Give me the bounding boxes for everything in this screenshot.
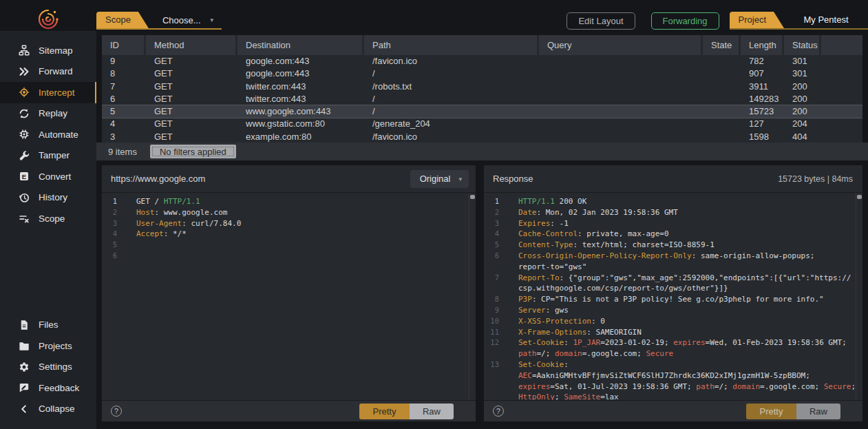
edit-layout-button[interactable]: Edit Layout <box>567 12 635 30</box>
sidebar-item-tamper[interactable]: Tamper <box>0 145 96 167</box>
raw-button[interactable]: Raw <box>410 404 454 419</box>
help-icon[interactable]: ? <box>111 406 122 417</box>
table-row[interactable]: 4GETwww.gstatic.com:80/generate_20412720… <box>102 118 862 130</box>
column-header-method[interactable]: Method <box>146 35 235 55</box>
filter-badge[interactable]: No filters applied <box>150 145 236 158</box>
sidebar-item-convert[interactable]: EConvert <box>0 166 96 187</box>
help-icon[interactable]: ? <box>493 406 504 417</box>
column-header-state[interactable]: State <box>703 35 739 55</box>
sidebar-item-intercept[interactable]: Intercept <box>0 82 96 103</box>
code-line[interactable]: 1GET / HTTP/1.1 <box>102 196 476 207</box>
code-line[interactable]: report-to="gws" <box>484 262 862 273</box>
table-row[interactable]: 8GETgoogle.com:443/907301 <box>102 67 862 80</box>
code-line[interactable]: 8P3P: CP="This is not a P3P policy! See … <box>484 294 862 305</box>
code-line[interactable]: 3User-Agent: curl/7.84.0 <box>102 218 476 229</box>
code-line[interactable]: csp.withgoogle.com/csp/report-to/gws/oth… <box>484 283 862 294</box>
sidebar-item-history[interactable]: History <box>0 187 96 209</box>
code-line[interactable]: 2Host: www.google.com <box>102 207 476 218</box>
cell-id: 7 <box>102 81 144 93</box>
response-title: Response <box>493 174 533 184</box>
cell-status: 200 <box>784 81 819 93</box>
cell-state <box>703 131 739 143</box>
cell-state <box>703 93 739 105</box>
code-line[interactable]: AEC=AakniGMHtvBFfjmvSiZtWCF6SlHJ7Zhrdkc3… <box>484 370 862 381</box>
line-number: 1 <box>102 196 128 207</box>
table-row[interactable]: 7GETtwitter.com:443/robots.txt3911200 <box>102 81 862 93</box>
sidebar-item-feedback[interactable]: Feedback <box>0 377 96 399</box>
column-header-status[interactable]: Status <box>784 35 819 55</box>
sidebar-item-forward[interactable]: Forward <box>0 61 96 83</box>
sidebar-item-label: Replay <box>39 108 67 118</box>
cell-status: 301 <box>784 67 819 80</box>
forwarding-button[interactable]: Forwarding <box>651 12 719 30</box>
sidebar-item-files[interactable]: Files <box>0 315 96 336</box>
column-header-length[interactable]: Length <box>741 35 782 55</box>
code-line-text: P3P: CP="This is not a P3P policy! See g… <box>518 294 824 305</box>
caido-app: Scope Choose... ▾ Edit Layout Forwarding… <box>0 0 868 429</box>
sidebar-item-scope[interactable]: Scope <box>0 208 96 229</box>
code-line[interactable]: 9Server: gws <box>484 305 862 316</box>
cell-method: GET <box>146 55 235 67</box>
table-row[interactable]: 6GETtwitter.com:443/149283200 <box>102 93 862 105</box>
code-line[interactable]: 6 <box>102 251 476 262</box>
code-line[interactable]: 4Cache-Control: private, max-age=0 <box>484 229 862 240</box>
table-row[interactable]: 3GETexample.com:80/favicon.ico1598404 <box>102 131 862 143</box>
sidebar-item-replay[interactable]: Replay <box>0 103 96 125</box>
raw-button[interactable]: Raw <box>796 404 840 419</box>
response-scrollbar[interactable] <box>856 193 862 400</box>
code-line[interactable]: HttpOnly; SameSite=lax <box>484 392 862 400</box>
code-line[interactable]: 2Date: Mon, 02 Jan 2023 19:58:36 GMT <box>484 207 862 218</box>
code-line[interactable]: 12Set-Cookie: 1P_JAR=2023-01-02-19; expi… <box>484 337 862 348</box>
table-row[interactable]: 9GETgoogle.com:443/favicon.ico782301 <box>102 55 862 67</box>
line-number: 6 <box>484 251 510 262</box>
code-line-text: Accept: */* <box>136 229 187 240</box>
column-header-id[interactable]: ID <box>102 35 144 55</box>
code-line[interactable]: 5Content-Type: text/html; charset=ISO-88… <box>484 240 862 251</box>
automate-icon <box>19 129 30 140</box>
tab-project[interactable]: Project <box>730 12 784 28</box>
response-panel: Response 15723 bytes | 84ms 1HTTP/1.1 20… <box>484 165 862 421</box>
cell-query <box>539 105 701 118</box>
code-line[interactable]: 1HTTP/1.1 200 OK <box>484 196 862 207</box>
line-number <box>484 370 510 381</box>
line-number: 1 <box>484 196 510 207</box>
sidebar-item-projects[interactable]: Projects <box>0 335 96 357</box>
code-line-text: User-Agent: curl/7.84.0 <box>136 218 241 229</box>
code-line[interactable]: 3Expires: -1 <box>484 218 862 229</box>
request-scrollbar[interactable] <box>469 193 476 400</box>
project-name[interactable]: My Pentest <box>784 12 868 28</box>
scrollbar-thumb[interactable] <box>857 195 862 199</box>
tab-scope[interactable]: Scope <box>96 12 149 28</box>
code-line[interactable]: 13Set-Cookie: <box>484 359 862 370</box>
request-editor[interactable]: 1GET / HTTP/1.12Host: www.google.com3Use… <box>102 193 476 400</box>
sidebar-item-collapse[interactable]: Collapse <box>0 399 96 420</box>
cell-method: GET <box>146 81 235 93</box>
cell-destination: www.gstatic.com:80 <box>237 118 362 130</box>
code-line[interactable]: 6Cross-Origin-Opener-Policy-Report-Only:… <box>484 251 862 262</box>
code-line[interactable]: 4Accept: */* <box>102 229 476 240</box>
response-viewer[interactable]: 1HTTP/1.1 200 OK2Date: Mon, 02 Jan 2023 … <box>484 193 862 400</box>
scope-preset-dropdown[interactable]: Choose... ▾ <box>149 12 222 28</box>
view-selector-dropdown[interactable]: Original ▾ <box>410 170 469 188</box>
column-header-query[interactable]: Query <box>539 35 701 55</box>
pretty-button[interactable]: Pretty <box>746 404 796 419</box>
column-header-destination[interactable]: Destination <box>237 35 362 55</box>
code-line[interactable]: 5 <box>102 240 476 251</box>
code-line[interactable]: path=/; domain=.google.com; Secure <box>484 348 862 359</box>
table-body: 9GETgoogle.com:443/favicon.ico7823018GET… <box>102 55 862 143</box>
column-header-path[interactable]: Path <box>364 35 537 55</box>
sidebar-item-automate[interactable]: Automate <box>0 124 96 145</box>
code-line[interactable]: expires=Sat, 01-Jul-2023 19:58:36 GMT; p… <box>484 381 862 393</box>
scope-icon <box>19 213 30 224</box>
sidebar-item-settings[interactable]: Settings <box>0 357 96 378</box>
cell-destination: www.google.com:443 <box>237 105 362 118</box>
pretty-button[interactable]: Pretty <box>359 404 410 419</box>
code-line[interactable]: 10X-XSS-Protection: 0 <box>484 316 862 327</box>
code-line[interactable]: 11X-Frame-Options: SAMEORIGIN <box>484 327 862 338</box>
line-number <box>484 348 510 359</box>
sidebar-item-sitemap[interactable]: Sitemap <box>0 40 96 61</box>
scrollbar-thumb[interactable] <box>470 195 475 199</box>
table-row[interactable]: 5GETwww.google.com:443/15723200 <box>102 105 862 118</box>
code-line[interactable]: 7Report-To: {"group":"gws","max_age":259… <box>484 273 862 284</box>
http-history-table: IDMethodDestinationPathQueryStateLengthS… <box>102 35 862 143</box>
